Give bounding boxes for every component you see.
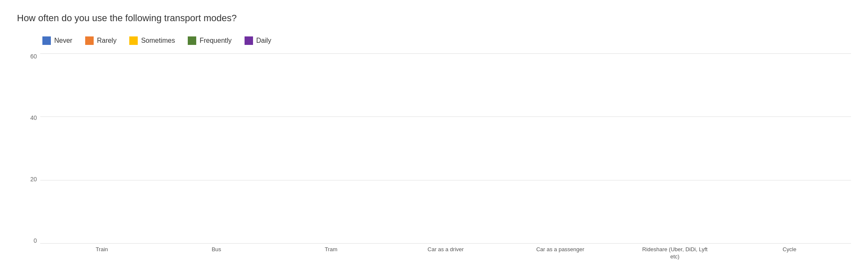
x-labels: TrainBusTramCar as a driverCar as a pass… bbox=[40, 244, 851, 261]
x-label-3: Car as a driver bbox=[388, 246, 503, 253]
y-axis-label-20: 20 bbox=[30, 176, 37, 182]
x-label-4: Car as a passenger bbox=[503, 246, 618, 253]
legend-color-rarely bbox=[85, 36, 94, 45]
legend-label-daily: Daily bbox=[256, 37, 272, 44]
x-label-6: Cycle bbox=[732, 246, 847, 253]
x-label-2: Tram bbox=[274, 246, 388, 253]
legend-item-never: Never bbox=[42, 36, 72, 45]
chart-inner: TrainBusTramCar as a driverCar as a pass… bbox=[40, 53, 851, 261]
legend-color-daily bbox=[245, 36, 253, 45]
chart-area: 6040200 TrainBusTramCar as a driverCar a… bbox=[17, 53, 851, 261]
x-label-1: Bus bbox=[159, 246, 273, 253]
legend-label-never: Never bbox=[54, 37, 72, 44]
y-axis-label-0: 0 bbox=[33, 238, 37, 244]
legend-color-sometimes bbox=[129, 36, 138, 45]
main-container: How often do you use the following trans… bbox=[0, 0, 868, 269]
legend-label-sometimes: Sometimes bbox=[141, 37, 175, 44]
legend-label-rarely: Rarely bbox=[97, 37, 117, 44]
grid-and-bars: TrainBusTramCar as a driverCar as a pass… bbox=[40, 53, 851, 261]
y-axis-label-60: 60 bbox=[30, 53, 37, 59]
legend-label-frequently: Frequently bbox=[200, 37, 232, 44]
question-title: How often do you use the following trans… bbox=[17, 13, 851, 24]
legend-item-rarely: Rarely bbox=[85, 36, 117, 45]
legend: NeverRarelySometimesFrequentlyDaily bbox=[42, 36, 851, 45]
bars-container bbox=[40, 53, 851, 244]
x-label-5: Rideshare (Uber, DiDi, Lyftetc) bbox=[618, 246, 732, 261]
legend-item-daily: Daily bbox=[245, 36, 272, 45]
legend-item-sometimes: Sometimes bbox=[129, 36, 175, 45]
legend-item-frequently: Frequently bbox=[188, 36, 232, 45]
x-label-0: Train bbox=[45, 246, 159, 253]
y-axis-label-40: 40 bbox=[30, 115, 37, 121]
legend-color-never bbox=[42, 36, 51, 45]
legend-color-frequently bbox=[188, 36, 196, 45]
y-axis: 6040200 bbox=[17, 53, 40, 261]
